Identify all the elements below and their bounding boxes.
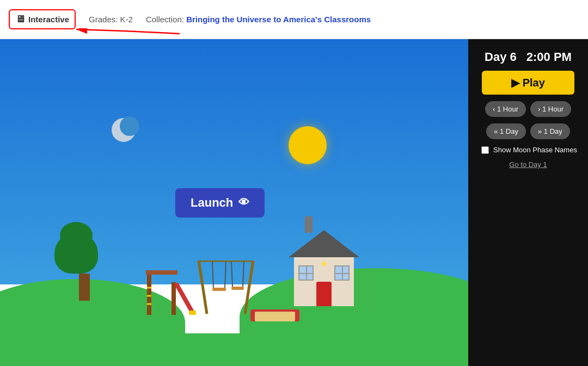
svg-line-15 [225, 262, 226, 288]
header: 🖥 Interactive Grades: K-2 Collection: Br… [0, 0, 588, 39]
goto-day-label: Go to Day 1 [509, 160, 547, 169]
prev-day-label: « 1 Day [494, 127, 518, 135]
svg-line-18 [243, 262, 244, 287]
svg-rect-4 [171, 282, 176, 315]
moon-phase-label: Show Moon Phase Names [493, 146, 577, 154]
moon-phase-row: Show Moon Phase Names [474, 146, 583, 154]
collection-text: Collection: Bringing the Universe to Ame… [146, 15, 371, 24]
main-content: Launch 👁 Day 6 2:00 PM ▶ Play ‹ 1 Hour ›… [0, 39, 588, 366]
sandbox-inner [255, 312, 295, 321]
next-hour-button[interactable]: › 1 Hour [530, 101, 571, 117]
svg-rect-3 [147, 271, 151, 315]
next-day-button[interactable]: » 1 Day [530, 123, 570, 139]
moon [109, 115, 139, 145]
right-panel: Day 6 2:00 PM ▶ Play ‹ 1 Hour › 1 Hour «… [468, 39, 588, 366]
goto-day-button[interactable]: Go to Day 1 [509, 160, 547, 169]
house-light [322, 262, 326, 266]
day-buttons: « 1 Day » 1 Day [486, 123, 570, 139]
launch-button[interactable]: Launch 👁 [175, 188, 265, 218]
house [294, 257, 354, 306]
sun [289, 126, 327, 164]
svg-point-2 [120, 116, 139, 136]
house-door [316, 282, 332, 306]
collection-link[interactable]: Bringing the Universe to America's Class… [186, 15, 371, 24]
moon-phase-checkbox[interactable] [481, 146, 489, 154]
svg-line-12 [245, 260, 253, 314]
launch-label: Launch [191, 196, 233, 210]
house-roof [289, 230, 359, 257]
tree-trunk [79, 274, 90, 301]
sandbox [250, 309, 299, 321]
hour-buttons: ‹ 1 Hour › 1 Hour [485, 101, 571, 117]
house-body [294, 257, 354, 306]
interactive-icon: 🖥 [15, 14, 25, 25]
next-day-label: » 1 Day [538, 127, 562, 135]
svg-line-6 [177, 285, 193, 314]
tree-top [54, 233, 98, 274]
interactive-label: Interactive [28, 15, 69, 24]
day-label: Day 6 [485, 50, 517, 64]
play-label: ▶ Play [511, 76, 545, 89]
tree [71, 233, 98, 301]
eye-icon: 👁 [238, 196, 249, 209]
play-button[interactable]: ▶ Play [482, 71, 574, 95]
next-hour-label: › 1 Hour [538, 105, 564, 113]
prev-day-button[interactable]: « 1 Day [486, 123, 526, 139]
prev-hour-label: ‹ 1 Hour [493, 105, 518, 113]
svg-line-17 [231, 262, 232, 287]
grades-label: Grades: K-2 [89, 15, 133, 24]
swing-set [196, 260, 256, 317]
interactive-badge: 🖥 Interactive [9, 9, 76, 29]
day-time-display: Day 6 2:00 PM [485, 50, 572, 64]
scene: Launch 👁 [0, 39, 468, 366]
svg-rect-16 [212, 288, 226, 291]
playground-slide [142, 255, 196, 317]
house-window-left [298, 265, 314, 281]
collection-prefix: Collection: [146, 15, 186, 24]
svg-line-11 [199, 260, 207, 314]
svg-line-14 [212, 262, 213, 288]
svg-rect-7 [189, 311, 196, 315]
time-label: 2:00 PM [526, 50, 572, 64]
svg-rect-19 [231, 287, 244, 290]
svg-rect-5 [146, 270, 177, 275]
house-window-right [334, 265, 350, 281]
prev-hour-button[interactable]: ‹ 1 Hour [485, 101, 526, 117]
ground-flat [0, 333, 468, 366]
